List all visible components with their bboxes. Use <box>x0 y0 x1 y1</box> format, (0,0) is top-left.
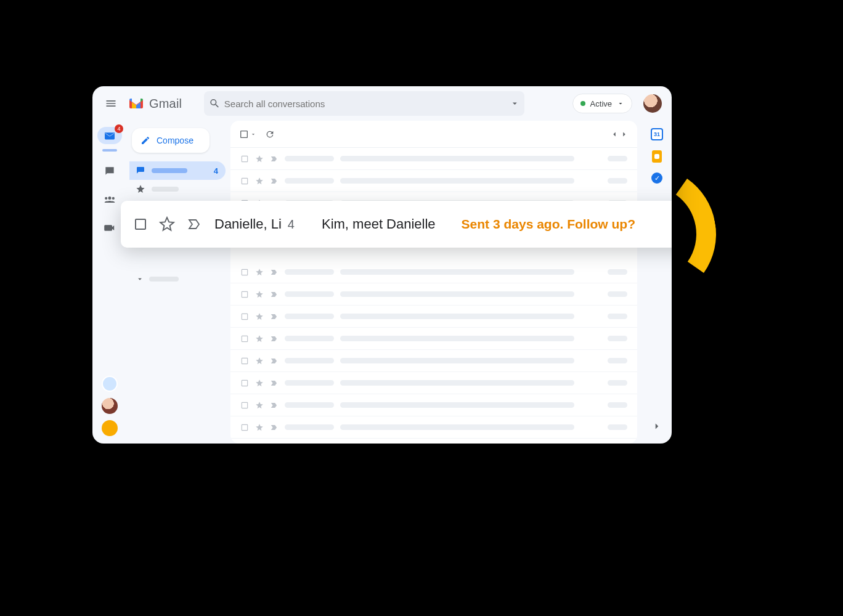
refresh-button[interactable] <box>265 129 275 139</box>
mail-icon <box>104 131 116 140</box>
chat-icon <box>104 165 116 177</box>
refresh-icon <box>265 129 275 139</box>
rail-spaces[interactable] <box>101 191 118 208</box>
search-options-icon[interactable] <box>510 98 520 109</box>
checkbox-icon[interactable] <box>240 268 249 277</box>
side-panel-tasks[interactable] <box>651 172 662 184</box>
star-icon[interactable] <box>255 401 264 410</box>
list-item[interactable] <box>230 261 637 283</box>
chat-contact-2[interactable] <box>102 398 118 414</box>
list-item[interactable] <box>230 306 637 328</box>
placeholder <box>340 336 574 341</box>
star-icon <box>136 184 145 194</box>
star-icon[interactable] <box>255 423 264 432</box>
importance-icon[interactable] <box>270 379 279 387</box>
placeholder <box>608 424 627 430</box>
select-all[interactable] <box>239 129 256 139</box>
gmail-window: Gmail Active 4 <box>92 86 672 444</box>
side-panel-calendar[interactable] <box>651 128 663 140</box>
placeholder <box>340 380 574 386</box>
star-icon[interactable] <box>255 177 264 185</box>
star-icon[interactable] <box>255 290 264 299</box>
follow-up-prompt: Sent 3 days ago. Follow up? <box>462 217 635 232</box>
left-rail: 4 <box>92 121 127 444</box>
checkbox-icon[interactable] <box>240 423 249 432</box>
importance-icon[interactable] <box>270 401 279 410</box>
checkbox-icon[interactable] <box>240 357 249 365</box>
chevron-down-icon <box>136 275 144 283</box>
star-icon[interactable] <box>159 216 175 232</box>
placeholder <box>608 402 627 408</box>
checkbox-icon[interactable] <box>240 177 249 185</box>
checkbox-icon[interactable] <box>133 217 148 232</box>
follow-up-nudge-row[interactable]: Danielle, Li 4 Kim, meet Danielle Sent 3… <box>121 201 672 248</box>
importance-icon[interactable] <box>270 357 279 365</box>
star-icon[interactable] <box>255 379 264 387</box>
checkbox-icon <box>239 129 249 139</box>
account-avatar[interactable] <box>643 94 662 113</box>
chat-contact-1[interactable] <box>102 376 118 392</box>
star-icon[interactable] <box>255 155 264 163</box>
importance-icon[interactable] <box>270 177 279 185</box>
importance-icon[interactable] <box>186 217 203 232</box>
search-bar[interactable] <box>204 91 524 116</box>
list-item[interactable] <box>230 372 637 394</box>
pager[interactable] <box>610 130 629 139</box>
presence-dot-icon <box>580 101 585 106</box>
checkbox-icon[interactable] <box>240 401 249 410</box>
list-toolbar <box>230 121 637 148</box>
importance-icon[interactable] <box>270 312 279 321</box>
folder-sidebar: Compose 4 <box>127 121 230 444</box>
gmail-brand[interactable]: Gmail <box>128 97 182 111</box>
importance-icon[interactable] <box>270 334 279 343</box>
chat-contact-3[interactable] <box>102 420 118 436</box>
main-menu-button[interactable] <box>99 91 123 116</box>
chevron-left-icon <box>610 130 619 139</box>
list-item[interactable] <box>230 394 637 416</box>
importance-icon[interactable] <box>270 290 279 299</box>
checkbox-icon[interactable] <box>240 155 249 163</box>
list-item[interactable] <box>230 170 637 192</box>
compose-label: Compose <box>157 136 193 145</box>
side-panel-collapse[interactable] <box>648 418 666 435</box>
placeholder <box>608 156 627 161</box>
compose-button[interactable]: Compose <box>132 128 210 153</box>
importance-icon[interactable] <box>270 268 279 277</box>
rail-mail[interactable]: 4 <box>97 127 122 144</box>
sidebar-more[interactable] <box>129 270 226 288</box>
chevron-right-icon <box>620 130 629 139</box>
list-item[interactable] <box>230 350 637 372</box>
senders: Danielle, Li <box>214 216 282 232</box>
placeholder <box>152 187 179 192</box>
checkbox-icon[interactable] <box>240 290 249 299</box>
star-icon[interactable] <box>255 312 264 321</box>
placeholder <box>285 336 334 341</box>
placeholder <box>340 291 574 297</box>
placeholder <box>340 424 574 430</box>
list-item[interactable] <box>230 148 637 170</box>
sidebar-item-inbox[interactable]: 4 <box>129 161 226 180</box>
list-item[interactable] <box>230 328 637 350</box>
star-icon[interactable] <box>255 334 264 343</box>
sidebar-item-starred[interactable] <box>129 180 226 198</box>
checkbox-icon[interactable] <box>240 334 249 343</box>
side-panel <box>642 121 672 444</box>
rail-chat[interactable] <box>101 163 118 180</box>
placeholder <box>285 291 334 297</box>
search-input[interactable] <box>221 99 510 109</box>
importance-icon[interactable] <box>270 423 279 432</box>
star-icon[interactable] <box>255 357 264 365</box>
placeholder <box>608 358 627 363</box>
list-item[interactable] <box>230 416 637 439</box>
side-panel-keep[interactable] <box>652 150 662 163</box>
placeholder <box>285 424 334 430</box>
list-item[interactable] <box>230 283 637 306</box>
rail-meet[interactable] <box>101 219 118 237</box>
importance-icon[interactable] <box>270 155 279 163</box>
status-chip[interactable]: Active <box>572 94 632 113</box>
star-icon[interactable] <box>255 268 264 277</box>
pencil-icon <box>140 136 150 145</box>
checkbox-icon[interactable] <box>240 379 249 387</box>
checkbox-icon[interactable] <box>240 312 249 321</box>
placeholder <box>340 178 574 184</box>
